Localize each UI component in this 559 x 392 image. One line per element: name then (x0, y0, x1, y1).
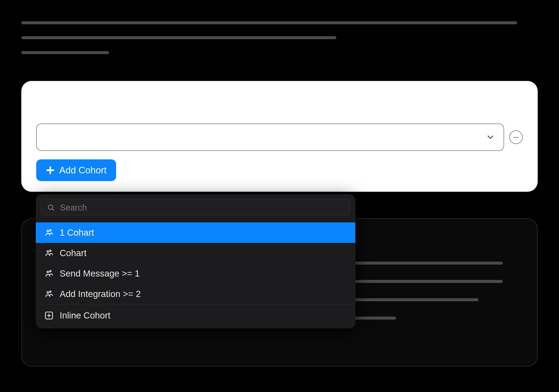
cohort-config-card: Add Cohort (21, 81, 538, 192)
cohort-icon (44, 228, 54, 237)
svg-line-3 (52, 209, 54, 210)
dropdown-item-label: Add Integration >= 2 (60, 289, 141, 299)
svg-point-6 (47, 251, 49, 252)
svg-point-8 (47, 271, 49, 273)
skeleton-line (21, 21, 517, 24)
skeleton-line (21, 51, 109, 54)
cohort-select-row (36, 124, 523, 151)
dropdown-item-label: Send Message >= 1 (60, 268, 140, 279)
svg-point-4 (47, 230, 49, 232)
plus-icon (46, 166, 55, 175)
dropdown-item-cohart[interactable]: Cohart (36, 243, 355, 263)
inline-cohort-option[interactable]: Inline Cohort (36, 304, 355, 328)
svg-point-5 (50, 230, 51, 231)
svg-point-9 (50, 271, 51, 272)
cohort-dropdown-panel: 1 Cohart Cohart Send Message >= 1 (36, 194, 355, 328)
svg-point-11 (50, 291, 51, 292)
cohort-icon (44, 248, 54, 258)
search-box[interactable] (40, 199, 351, 216)
inline-cohort-label: Inline Cohort (60, 310, 110, 321)
dropdown-item-1-cohart[interactable]: 1 Cohart (36, 223, 355, 243)
dropdown-item-label: Cohart (60, 248, 86, 258)
remove-button[interactable] (509, 131, 523, 144)
dropdown-item-send-message[interactable]: Send Message >= 1 (36, 263, 355, 284)
plus-square-icon (44, 311, 54, 320)
cohort-icon (44, 289, 54, 299)
cohort-icon (44, 269, 54, 278)
minus-icon (513, 137, 519, 138)
skeleton-line (21, 36, 336, 39)
add-cohort-button[interactable]: Add Cohort (36, 159, 116, 181)
chevron-down-icon (486, 132, 495, 142)
search-input[interactable] (60, 203, 344, 212)
dropdown-item-add-integration[interactable]: Add Integration >= 2 (36, 284, 355, 304)
skeleton-placeholder-top (21, 21, 538, 66)
cohort-select-field[interactable] (36, 124, 504, 151)
dropdown-list: 1 Cohart Cohart Send Message >= 1 (36, 223, 355, 304)
dropdown-item-label: 1 Cohart (60, 227, 94, 238)
add-cohort-label: Add Cohort (59, 165, 107, 176)
svg-point-10 (47, 292, 49, 293)
svg-point-7 (50, 250, 51, 252)
search-icon (47, 204, 55, 211)
